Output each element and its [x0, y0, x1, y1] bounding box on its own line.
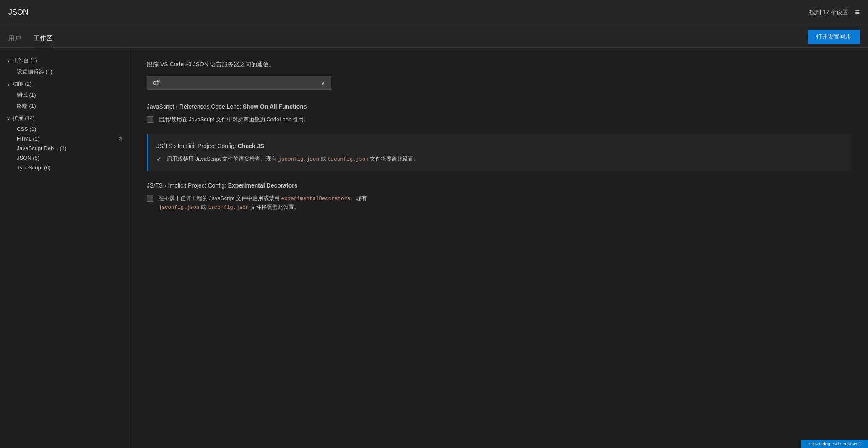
- footer-url: https://blog.csdn.net/tscn1: [801, 440, 868, 448]
- setting-desc: 在不属于任何工程的 JavaScript 文件中启用或禁用 experiment…: [159, 194, 367, 212]
- tabs: 用户 工作区: [8, 25, 52, 47]
- sidebar-item-label: CSS (1): [17, 126, 36, 132]
- setting-title: JS/TS › Implicit Project Config: Check J…: [156, 142, 843, 151]
- content-area: 跟踪 VS Code 和 JSON 语言服务器之间的通信。 off ∨ Java…: [130, 48, 868, 448]
- main: ∨ 工作台 (1) 设置编辑器 (1) ∨ 功能 (2) 调试 (1) 终端 (…: [0, 48, 868, 448]
- desc-text-part1: 在不属于任何工程的 JavaScript 文件中启用或禁用: [159, 195, 281, 201]
- setting-title: JS/TS › Implicit Project Config: Experim…: [147, 181, 851, 190]
- sidebar-item-json[interactable]: JSON (5): [0, 153, 130, 163]
- sidebar-group-features-header[interactable]: ∨ 功能 (2): [0, 78, 130, 90]
- sidebar-group-extensions: ∨ 扩展 (14) CSS (1) HTML (1) ⚙ JavaScript …: [0, 112, 130, 172]
- trace-dropdown[interactable]: off ∨: [147, 76, 331, 90]
- sidebar-group-workbench-label: 工作台 (1): [13, 57, 37, 64]
- desc-code-jsconfig: jsconfig.json: [278, 156, 320, 162]
- desc-code-tsconfig2: tsconfig.json: [208, 205, 249, 211]
- chevron-down-icon: ∨: [321, 79, 325, 86]
- sync-settings-button[interactable]: 打开设置同步: [808, 30, 860, 44]
- trace-dropdown-container: off ∨: [147, 76, 851, 90]
- setting-checkbox[interactable]: [147, 195, 153, 202]
- setting-checkbox[interactable]: [147, 116, 153, 123]
- gear-icon[interactable]: ⚙: [118, 135, 123, 142]
- desc-code-experimental-decorators: experimentalDecorators: [281, 196, 351, 202]
- sidebar-group-features-label: 功能 (2): [13, 80, 32, 88]
- setting-row: 在不属于任何工程的 JavaScript 文件中启用或禁用 experiment…: [147, 194, 851, 212]
- sidebar-item-label: HTML (1): [17, 135, 39, 142]
- setting-desc: 启用/禁用在 JavaScript 文件中对所有函数的 CodeLens 引用。: [159, 115, 309, 124]
- sidebar-item-html[interactable]: HTML (1) ⚙: [0, 134, 130, 143]
- setting-js-implicit-check-js: JS/TS › Implicit Project Config: Check J…: [147, 134, 851, 171]
- sidebar-item-terminal[interactable]: 终端 (1): [0, 101, 130, 112]
- setting-row: 启用/禁用在 JavaScript 文件中对所有函数的 CodeLens 引用。: [147, 115, 851, 124]
- chevron-down-icon: ∨: [7, 58, 10, 63]
- search-query: JSON: [8, 8, 29, 17]
- sidebar-item-label: 调试 (1): [17, 91, 36, 99]
- dropdown-value: off: [153, 79, 159, 86]
- desc-text-part3: 文件将覆盖此设置。: [369, 156, 419, 162]
- desc-text-part1: 启用或禁用 JavaScript 文件的语义检查。现有: [166, 156, 278, 162]
- desc-text-part2: 或: [319, 156, 327, 162]
- setting-row: ✓ 启用或禁用 JavaScript 文件的语义检查。现有 jsconfig.j…: [156, 155, 843, 164]
- setting-title: JavaScript › References Code Lens: Show …: [147, 102, 851, 111]
- sidebar-item-label: 终端 (1): [17, 102, 36, 110]
- sidebar-item-label: JSON (5): [17, 155, 39, 161]
- tab-workspace[interactable]: 工作区: [34, 34, 52, 47]
- filter-icon[interactable]: ≡: [855, 8, 860, 17]
- setting-title-bold: Show On All Functions: [243, 103, 307, 110]
- sidebar-item-settings-editor[interactable]: 设置编辑器 (1): [0, 66, 130, 77]
- desc-text-part2: 。现有: [351, 195, 367, 201]
- desc-code-jsconfig2: jsconfig.json: [159, 205, 200, 211]
- sidebar-item-css[interactable]: CSS (1): [0, 124, 130, 134]
- setting-title-normal: JavaScript › References Code Lens:: [147, 103, 243, 110]
- setting-js-references-code-lens: JavaScript › References Code Lens: Show …: [147, 102, 851, 124]
- sidebar-group-extensions-header[interactable]: ∨ 扩展 (14): [0, 112, 130, 124]
- chevron-down-icon: ∨: [7, 116, 10, 121]
- header-right: 找到 17 个设置 ≡: [809, 8, 860, 17]
- sidebar-group-features: ∨ 功能 (2) 调试 (1) 终端 (1): [0, 78, 130, 112]
- setting-desc: 启用或禁用 JavaScript 文件的语义检查。现有 jsconfig.jso…: [166, 155, 419, 164]
- setting-title-normal: JS/TS › Implicit Project Config:: [156, 143, 238, 149]
- sidebar-item-typescript[interactable]: TypeScript (6): [0, 163, 130, 172]
- header: JSON 找到 17 个设置 ≡: [0, 0, 868, 25]
- sidebar-item-label: JavaScript Deb... (1): [17, 145, 67, 151]
- sidebar: ∨ 工作台 (1) 设置编辑器 (1) ∨ 功能 (2) 调试 (1) 终端 (…: [0, 48, 130, 448]
- desc-text-part4: 文件将覆盖此设置。: [249, 204, 299, 210]
- sidebar-item-label: TypeScript (6): [17, 164, 51, 171]
- setting-title-bold: Experimental Decorators: [228, 182, 298, 189]
- setting-title-bold: Check JS: [238, 143, 264, 149]
- sidebar-group-extensions-label: 扩展 (14): [13, 115, 35, 122]
- found-count: 找到 17 个设置: [809, 9, 848, 16]
- sidebar-group-workbench: ∨ 工作台 (1) 设置编辑器 (1): [0, 55, 130, 77]
- trace-description: 跟踪 VS Code 和 JSON 语言服务器之间的通信。: [147, 60, 851, 69]
- sidebar-item-debug[interactable]: 调试 (1): [0, 90, 130, 101]
- sidebar-item-label: 设置编辑器 (1): [17, 68, 52, 76]
- setting-title-normal: JS/TS › Implicit Project Config:: [147, 182, 228, 189]
- setting-js-implicit-decorators: JS/TS › Implicit Project Config: Experim…: [147, 181, 851, 212]
- chevron-down-icon: ∨: [7, 81, 10, 87]
- tabs-bar: 用户 工作区 打开设置同步: [0, 25, 868, 48]
- sidebar-item-js-debugger[interactable]: JavaScript Deb... (1): [0, 143, 130, 153]
- desc-text-part3: 或: [200, 204, 208, 210]
- tab-user[interactable]: 用户: [8, 34, 21, 47]
- check-icon: ✓: [156, 156, 161, 162]
- sidebar-group-workbench-header[interactable]: ∨ 工作台 (1): [0, 55, 130, 66]
- desc-code-tsconfig: tsconfig.json: [327, 156, 369, 162]
